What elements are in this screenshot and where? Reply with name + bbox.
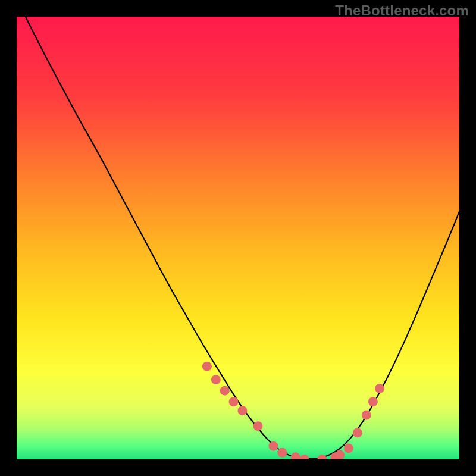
highlight-point: [375, 384, 384, 393]
highlight-point: [277, 448, 287, 458]
highlight-point: [353, 428, 362, 437]
highlight-point: [202, 362, 212, 371]
highlight-point: [253, 421, 262, 431]
chart-svg: [17, 17, 459, 459]
highlight-point: [368, 397, 378, 406]
watermark-text: TheBottleneck.com: [335, 2, 469, 19]
highlight-point: [237, 406, 247, 415]
highlight-point: [220, 386, 230, 396]
chart-frame: TheBottleneck.com: [0, 0, 476, 476]
plot-area: [17, 17, 459, 459]
gradient-background: [17, 17, 459, 459]
highlight-point: [229, 397, 239, 406]
highlight-point: [335, 450, 345, 459]
highlight-point: [269, 441, 278, 451]
highlight-point: [211, 375, 221, 384]
highlight-point: [362, 411, 371, 420]
highlight-point: [344, 443, 353, 453]
